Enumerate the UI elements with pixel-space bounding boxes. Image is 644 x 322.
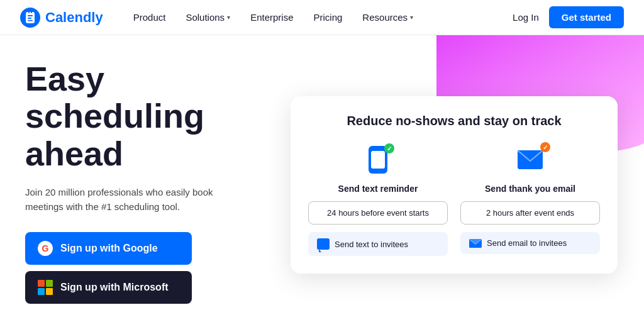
envelope-icon bbox=[518, 150, 543, 169]
signup-google-label: Sign up with Google bbox=[60, 243, 158, 254]
chevron-down-icon: ▾ bbox=[227, 14, 230, 21]
logo-text: Calendly bbox=[45, 9, 103, 26]
login-button[interactable]: Log In bbox=[513, 12, 539, 23]
hero-section: Easy scheduling ahead Join 20 million pr… bbox=[0, 35, 644, 322]
nav-pricing[interactable]: Pricing bbox=[314, 12, 343, 23]
svg-rect-8 bbox=[469, 239, 482, 248]
email-badge: ✓ bbox=[540, 142, 550, 152]
nav-right: Log In Get started bbox=[513, 6, 624, 28]
hero-right: Reduce no-shows and stay on track ✓ Send… bbox=[264, 35, 644, 322]
email-small-svg bbox=[469, 239, 482, 248]
signup-microsoft-label: Sign up with Microsoft bbox=[60, 282, 169, 293]
nav-links: Product Solutions ▾ Enterprise Pricing R… bbox=[133, 12, 513, 23]
google-icon: G bbox=[38, 241, 53, 256]
svg-rect-4 bbox=[28, 20, 33, 21]
card-title: Reduce no-shows and stay on track bbox=[308, 114, 600, 128]
card-col-email: ✓ Send thank you email 2 hours after eve… bbox=[460, 143, 600, 256]
phone-screen bbox=[371, 151, 385, 169]
hero-subtext: Join 20 million professionals who easily… bbox=[25, 185, 233, 214]
microsoft-icon bbox=[38, 280, 53, 295]
svg-rect-3 bbox=[28, 18, 31, 19]
nav-enterprise[interactable]: Enterprise bbox=[250, 12, 293, 23]
sms-action-row[interactable]: Send text to invitees bbox=[308, 232, 448, 256]
sms-icon-wrap: ✓ bbox=[362, 143, 394, 176]
sms-action-label: Send text to invitees bbox=[335, 240, 408, 249]
email-time-pill[interactable]: 2 hours after event ends bbox=[460, 201, 600, 225]
email-action-icon bbox=[469, 239, 482, 248]
sms-action-icon bbox=[317, 238, 330, 250]
email-icon-wrap: ✓ bbox=[514, 143, 547, 176]
logo[interactable]: Calendly bbox=[20, 8, 103, 28]
email-col-title: Send thank you email bbox=[485, 184, 575, 194]
card-columns: ✓ Send text reminder 24 hours before eve… bbox=[308, 143, 600, 256]
email-action-row[interactable]: Send email to invitees bbox=[460, 232, 600, 254]
calendly-logo-icon bbox=[20, 8, 40, 28]
navbar: Calendly Product Solutions ▾ Enterprise … bbox=[0, 0, 644, 35]
chevron-down-icon-resources: ▾ bbox=[410, 14, 413, 21]
signup-google-button[interactable]: G Sign up with Google bbox=[25, 232, 192, 265]
email-action-label: Send email to invitees bbox=[487, 238, 567, 248]
sms-time-pill[interactable]: 24 hours before event starts bbox=[308, 201, 448, 225]
svg-rect-6 bbox=[31, 10, 32, 13]
nav-resources[interactable]: Resources ▾ bbox=[362, 12, 413, 23]
hero-left: Easy scheduling ahead Join 20 million pr… bbox=[0, 35, 264, 322]
signup-microsoft-button[interactable]: Sign up with Microsoft bbox=[25, 271, 192, 304]
nav-solutions[interactable]: Solutions ▾ bbox=[186, 12, 230, 23]
feature-card: Reduce no-shows and stay on track ✓ Send… bbox=[291, 96, 618, 274]
envelope-svg bbox=[518, 150, 543, 169]
svg-rect-5 bbox=[28, 10, 30, 13]
sms-col-title: Send text reminder bbox=[338, 184, 418, 194]
svg-rect-2 bbox=[28, 15, 33, 16]
sms-badge: ✓ bbox=[384, 143, 394, 153]
card-col-sms: ✓ Send text reminder 24 hours before eve… bbox=[308, 143, 448, 256]
get-started-button[interactable]: Get started bbox=[549, 6, 624, 28]
hero-headline: Easy scheduling ahead bbox=[25, 60, 244, 172]
nav-product[interactable]: Product bbox=[133, 12, 166, 23]
